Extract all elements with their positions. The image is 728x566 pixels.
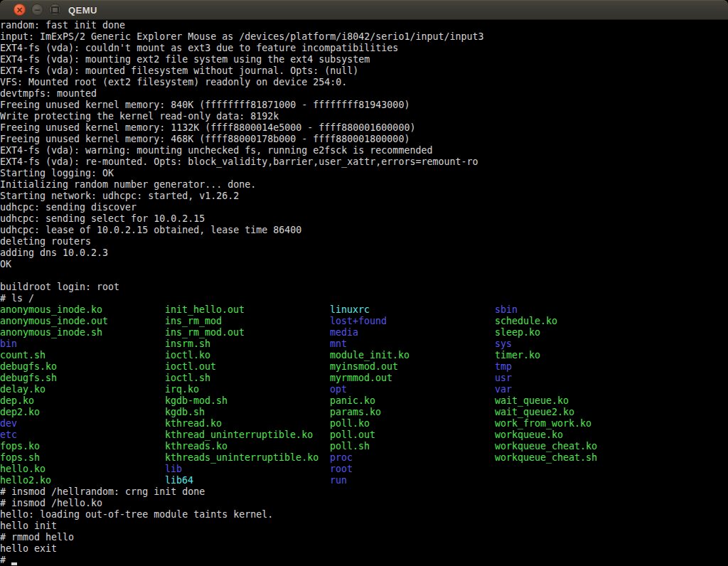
close-icon: ×: [16, 6, 23, 14]
ls-directory-entry: lib: [165, 464, 182, 475]
terminal-line: udhcpc: sending select for 10.0.2.15: [0, 213, 728, 225]
ls-file-entry: kthread_uninterruptible.ko: [165, 429, 313, 441]
titlebar: × − QEMU: [0, 0, 728, 20]
terminal-line: Starting logging: OK: [0, 168, 728, 179]
terminal-line: debugfs.koioctl.outmyinsmod.outtmp: [0, 361, 728, 373]
ls-file-entry: hello2.ko: [0, 475, 51, 486]
ls-directory-entry: sbin: [495, 304, 518, 316]
ls-file-entry: panic.ko: [330, 395, 375, 407]
terminal-line: hello: loading out-of-tree module taints…: [0, 509, 728, 520]
ls-file-entry: dep.ko: [0, 395, 34, 407]
terminal-line: etckthread_uninterruptible.kopoll.outwor…: [0, 429, 728, 441]
terminal-line: bininsrm.shmntsys: [0, 338, 728, 350]
ls-file-entry: insrm.sh: [165, 338, 210, 350]
ls-file-entry: kgdb.sh: [165, 407, 205, 418]
ls-file-entry: irq.ko: [165, 384, 199, 395]
terminal-line: hello.kolibroot: [0, 464, 728, 475]
terminal-line: delay.koirq.kooptvar: [0, 384, 728, 395]
terminal-line: hello2.kolib64run: [0, 475, 728, 486]
terminal-line: OK: [0, 259, 728, 270]
terminal-line: # rmmod hello: [0, 532, 728, 543]
terminal-line: [0, 270, 728, 282]
terminal-line: anonymous_inode.koinit_hello.outlinuxrcs…: [0, 304, 728, 316]
ls-file-entry: ins_rm_mod: [165, 316, 222, 327]
ls-directory-entry: sys: [495, 338, 512, 350]
terminal-line: anonymous_inode.shins_rm_mod.outmediasle…: [0, 327, 728, 338]
terminal-line: Freeing unused kernel memory: 1132K (fff…: [0, 122, 728, 134]
ls-file-entry: myinsmod.out: [330, 361, 398, 373]
ls-directory-entry: media: [330, 327, 358, 338]
ls-file-entry: anonymous_inode.ko: [0, 304, 102, 316]
ls-file-entry: init_hello.out: [165, 304, 245, 316]
ls-file-entry: debugfs.sh: [0, 373, 57, 384]
ls-directory-entry: proc: [330, 452, 353, 464]
terminal-line: EXT4-fs (vda): mounting ext2 file system…: [0, 54, 728, 65]
ls-file-entry: poll.ko: [330, 418, 370, 429]
ls-file-entry: poll.sh: [330, 441, 370, 452]
ls-file-entry: fops.sh: [0, 452, 40, 464]
minimize-button[interactable]: −: [31, 4, 43, 16]
maximize-button[interactable]: [49, 4, 61, 16]
ls-file-entry: timer.ko: [495, 350, 540, 361]
ls-file-entry: anonymous_inode.out: [0, 316, 108, 327]
ls-file-entry: params.ko: [330, 407, 381, 418]
terminal-screen[interactable]: random: fast init doneinput: ImExPS/2 Ge…: [0, 20, 728, 566]
terminal-line: Starting network: udhcpc: started, v1.26…: [0, 191, 728, 202]
ls-file-entry: poll.out: [330, 429, 375, 441]
ls-file-entry: ins_rm_mod.out: [165, 327, 245, 338]
ls-directory-entry: etc: [0, 429, 17, 441]
terminal-line: Freeing unused kernel memory: 468K (ffff…: [0, 134, 728, 145]
terminal-line: EXT4-fs (vda): couldn't mount as ext3 du…: [0, 43, 728, 54]
terminal-line: VFS: Mounted root (ext2 filesystem) read…: [0, 77, 728, 88]
terminal-cursor: [11, 562, 17, 565]
ls-directory-entry: dev: [0, 418, 17, 429]
terminal-line: hello exit: [0, 543, 728, 555]
ls-file-entry: work_from_work.ko: [495, 418, 592, 429]
ls-file-entry: sleep.ko: [495, 327, 540, 338]
shell-prompt-line: #: [0, 555, 728, 566]
ls-file-entry: count.sh: [0, 350, 46, 361]
window-title: QEMU: [68, 0, 97, 20]
terminal-line: # ls /: [0, 293, 728, 304]
terminal-line: # insmod /hello.ko: [0, 498, 728, 509]
ls-directory-entry: usr: [495, 373, 512, 384]
ls-symlink-entry: lib64: [165, 475, 193, 486]
ls-directory-entry: var: [495, 384, 512, 395]
ls-symlink-entry: linuxrc: [330, 304, 370, 316]
terminal-line: Write protecting the kernel read-only da…: [0, 111, 728, 122]
terminal-line: devkthread.kopoll.kowork_from_work.ko: [0, 418, 728, 429]
ls-file-entry: workqueue_cheat.ko: [495, 441, 597, 452]
ls-file-entry: delay.ko: [0, 384, 46, 395]
ls-file-entry: kthreads.ko: [165, 441, 228, 452]
maximize-icon: [51, 6, 59, 14]
terminal-line: dep.kokgdb-mod.shpanic.kowait_queue.ko: [0, 395, 728, 407]
minimize-icon: −: [33, 6, 41, 14]
terminal-line: deleting routers: [0, 236, 728, 247]
ls-file-entry: workqueue_cheat.sh: [495, 452, 597, 464]
ls-file-entry: schedule.ko: [495, 316, 557, 327]
ls-file-entry: hello.ko: [0, 464, 46, 475]
ls-file-entry: kthread.ko: [165, 418, 222, 429]
terminal-line: EXT4-fs (vda): warning: mounting uncheck…: [0, 145, 728, 156]
terminal-line: hello init: [0, 520, 728, 532]
ls-file-entry: wait_queue.ko: [495, 395, 569, 407]
terminal-line: # insmod /hellrandom: crng init done: [0, 486, 728, 498]
ls-file-entry: ioctl.out: [165, 361, 216, 373]
ls-file-entry: dep2.ko: [0, 407, 40, 418]
ls-file-entry: myrmmod.out: [330, 373, 392, 384]
ls-file-entry: anonymous_inode.sh: [0, 327, 102, 338]
terminal-line: devtmpfs: mounted: [0, 88, 728, 100]
terminal-line: EXT4-fs (vda): mounted filesystem withou…: [0, 65, 728, 77]
terminal-line: fops.shkthreads_uninterruptible.koprocwo…: [0, 452, 728, 464]
ls-directory-entry: opt: [330, 384, 347, 395]
terminal-line: debugfs.shioctl.shmyrmmod.outusr: [0, 373, 728, 384]
ls-directory-entry: tmp: [495, 361, 512, 373]
ls-file-entry: wait_queue2.ko: [495, 407, 574, 418]
ls-file-entry: module_init.ko: [330, 350, 410, 361]
terminal-line: dep2.kokgdb.shparams.kowait_queue2.ko: [0, 407, 728, 418]
close-button[interactable]: ×: [14, 4, 26, 16]
terminal-line: Initializing random number generator... …: [0, 179, 728, 191]
ls-directory-entry: run: [330, 475, 347, 486]
ls-directory-entry: mnt: [330, 338, 347, 350]
ls-file-entry: workqueue.ko: [495, 429, 563, 441]
